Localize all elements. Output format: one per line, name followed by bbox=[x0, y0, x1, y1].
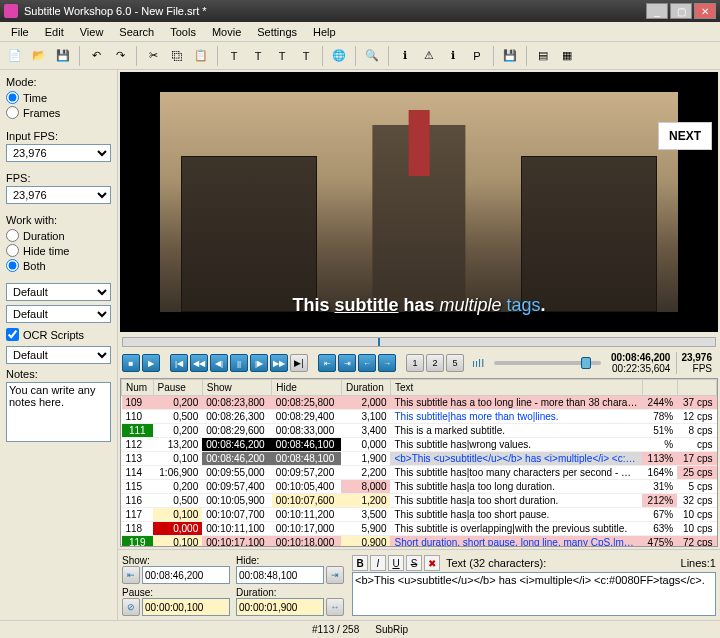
undo-button[interactable]: ↶ bbox=[85, 45, 107, 67]
search-button[interactable]: 🔍 bbox=[361, 45, 383, 67]
format-u-button[interactable]: U bbox=[388, 555, 404, 571]
show-in-btn[interactable]: ⇤ bbox=[122, 566, 140, 584]
default-select-2[interactable]: Default bbox=[6, 305, 111, 323]
table-row[interactable]: 1141:06,90000:09:55,00000:09:57,2002,200… bbox=[122, 466, 717, 480]
table-row[interactable]: 1110,20000:08:29,60000:08:33,0003,400Thi… bbox=[122, 424, 717, 438]
tool-t2-button[interactable]: T bbox=[247, 45, 269, 67]
col-hide[interactable]: Hide bbox=[272, 380, 342, 396]
tile-button[interactable]: ▦ bbox=[556, 45, 578, 67]
default-select-1[interactable]: Default bbox=[6, 283, 111, 301]
hide-field[interactable]: 00:08:48,100 bbox=[236, 566, 324, 584]
cut-button[interactable]: ✂ bbox=[142, 45, 164, 67]
table-row[interactable]: 1130,10000:08:46,20000:08:48,1001,900<b>… bbox=[122, 452, 717, 466]
copy-button[interactable]: ⿻ bbox=[166, 45, 188, 67]
subtitle-table[interactable]: NumPauseShowHideDurationText1090,20000:0… bbox=[120, 378, 718, 547]
pause-field[interactable]: 00:00:00,100 bbox=[142, 598, 230, 616]
save-file-button[interactable]: 💾 bbox=[52, 45, 74, 67]
table-row[interactable]: 1100,50000:08:26,30000:08:29,4003,100Thi… bbox=[122, 410, 717, 424]
table-row[interactable]: 1180,00000:10:11,10000:10:17,0005,900Thi… bbox=[122, 522, 717, 536]
cascade-button[interactable]: ▤ bbox=[532, 45, 554, 67]
tool-t3-button[interactable]: T bbox=[271, 45, 293, 67]
mode-time-radio[interactable] bbox=[6, 91, 19, 104]
input-fps-select[interactable]: 23,976 bbox=[6, 144, 111, 162]
col-show[interactable]: Show bbox=[202, 380, 272, 396]
format-i-button[interactable]: I bbox=[370, 555, 386, 571]
menu-view[interactable]: View bbox=[73, 24, 111, 40]
playback-out-button[interactable]: ⇥ bbox=[338, 354, 356, 372]
table-row[interactable]: 1090,20000:08:23,80000:08:25,8002,000Thi… bbox=[122, 396, 717, 410]
ocr-checkbox[interactable] bbox=[6, 328, 19, 341]
playback-in-button[interactable]: ⇤ bbox=[318, 354, 336, 372]
playback-shift-r-button[interactable]: → bbox=[378, 354, 396, 372]
col-extra[interactable] bbox=[642, 380, 677, 396]
col-pause[interactable]: Pause bbox=[153, 380, 202, 396]
volume-slider[interactable] bbox=[494, 361, 601, 365]
table-row[interactable]: 1190,10000:10:17,10000:10:18,0000,900Sho… bbox=[122, 536, 717, 548]
duration-btn[interactable]: ↔ bbox=[326, 598, 344, 616]
globe-button[interactable]: 🌐 bbox=[328, 45, 350, 67]
table-row[interactable]: 1150,20000:09:57,40000:10:05,4008,000Thi… bbox=[122, 480, 717, 494]
show-field[interactable]: 00:08:46,200 bbox=[142, 566, 230, 584]
p-icon-button[interactable]: P bbox=[466, 45, 488, 67]
menu-tools[interactable]: Tools bbox=[163, 24, 203, 40]
next-button[interactable]: NEXT bbox=[658, 122, 712, 150]
duration-field[interactable]: 00:00:01,900 bbox=[236, 598, 324, 616]
workwith-duration-radio[interactable] bbox=[6, 229, 19, 242]
col-num[interactable]: Num bbox=[122, 380, 154, 396]
playback-play-button[interactable]: ▶ bbox=[142, 354, 160, 372]
new-file-button[interactable]: 📄 bbox=[4, 45, 26, 67]
playback-n1-button[interactable]: 1 bbox=[406, 354, 424, 372]
menu-file[interactable]: File bbox=[4, 24, 36, 40]
col-duration[interactable]: Duration bbox=[341, 380, 390, 396]
mode-frames-radio[interactable] bbox=[6, 106, 19, 119]
open-file-button[interactable]: 📂 bbox=[28, 45, 50, 67]
tool-t1-button[interactable]: T bbox=[223, 45, 245, 67]
playback-prev-sub-button[interactable]: |◀ bbox=[170, 354, 188, 372]
format-✖-button[interactable]: ✖ bbox=[424, 555, 440, 571]
maximize-button[interactable]: ▢ bbox=[670, 3, 692, 19]
menu-edit[interactable]: Edit bbox=[38, 24, 71, 40]
notes-textarea[interactable]: You can write any notes here. bbox=[6, 382, 111, 442]
info-button[interactable]: ℹ bbox=[394, 45, 416, 67]
col-extra[interactable] bbox=[677, 380, 716, 396]
save2-button[interactable]: 💾 bbox=[499, 45, 521, 67]
playback-pause-button[interactable]: || bbox=[230, 354, 248, 372]
playback-ff-button[interactable]: ▶▶ bbox=[270, 354, 288, 372]
playback-fwd-frame-button[interactable]: |▶ bbox=[250, 354, 268, 372]
playback-shift-l-button[interactable]: ← bbox=[358, 354, 376, 372]
playback-n2-button[interactable]: 2 bbox=[426, 354, 444, 372]
subtitle-text-field[interactable]: <b>This <u>subtitle</u></b> has <i>multi… bbox=[352, 572, 716, 616]
playback-n5-button[interactable]: 5 bbox=[446, 354, 464, 372]
format-b-button[interactable]: B bbox=[352, 555, 368, 571]
workwith-hide-time-radio[interactable] bbox=[6, 244, 19, 257]
playback-back-frame-button[interactable]: ◀| bbox=[210, 354, 228, 372]
format-s-button[interactable]: S bbox=[406, 555, 422, 571]
seek-bar[interactable] bbox=[122, 337, 716, 347]
info2-button[interactable]: ℹ bbox=[442, 45, 464, 67]
table-row[interactable]: 1160,50000:10:05,90000:10:07,6001,200Thi… bbox=[122, 494, 717, 508]
menu-settings[interactable]: Settings bbox=[250, 24, 304, 40]
duration-label: Duration: bbox=[236, 587, 277, 598]
workwith-both-radio[interactable] bbox=[6, 259, 19, 272]
subtitle-overlay: This subtitle has multiple tags. bbox=[120, 295, 718, 316]
playback-next-sub-button[interactable]: ▶| bbox=[290, 354, 308, 372]
playback-rew-button[interactable]: ◀◀ bbox=[190, 354, 208, 372]
tool-t4-button[interactable]: T bbox=[295, 45, 317, 67]
hide-out-btn[interactable]: ⇥ bbox=[326, 566, 344, 584]
redo-button[interactable]: ↷ bbox=[109, 45, 131, 67]
menu-help[interactable]: Help bbox=[306, 24, 343, 40]
minimize-button[interactable]: _ bbox=[646, 3, 668, 19]
menu-movie[interactable]: Movie bbox=[205, 24, 248, 40]
menu-search[interactable]: Search bbox=[112, 24, 161, 40]
paste-button[interactable]: 📋 bbox=[190, 45, 212, 67]
pause-btn[interactable]: ⊘ bbox=[122, 598, 140, 616]
warn-button[interactable]: ⚠ bbox=[418, 45, 440, 67]
fps-select[interactable]: 23,976 bbox=[6, 186, 111, 204]
close-button[interactable]: ✕ bbox=[694, 3, 716, 19]
table-row[interactable]: 1170,10000:10:07,70000:10:11,2003,500Thi… bbox=[122, 508, 717, 522]
playback-stop-button[interactable]: ■ bbox=[122, 354, 140, 372]
col-text[interactable]: Text bbox=[390, 380, 642, 396]
table-row[interactable]: 11213,20000:08:46,20000:08:46,1000,000Th… bbox=[122, 438, 717, 452]
default-select-3[interactable]: Default bbox=[6, 346, 111, 364]
edit-panel: Show: ⇤ 00:08:46,200 Hide: 00:08:48,100 … bbox=[118, 549, 720, 620]
